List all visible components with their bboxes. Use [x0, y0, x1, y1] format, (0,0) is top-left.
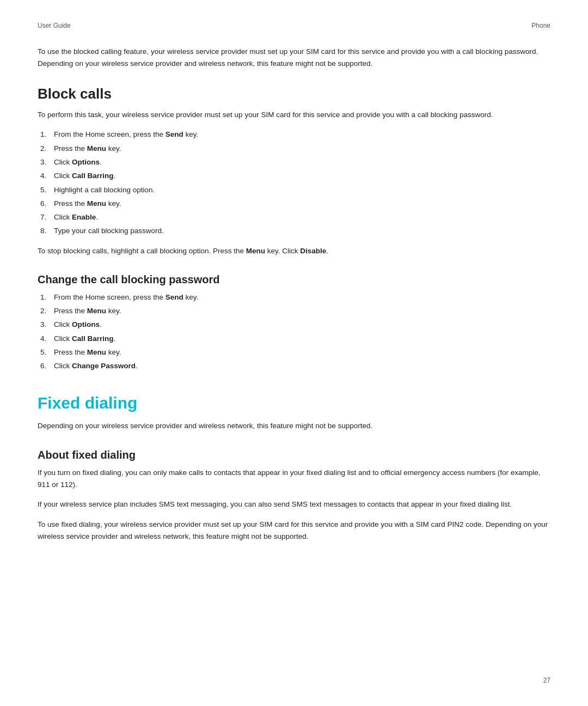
block-calls-step-2: Press the Menu key. [48, 143, 550, 155]
block-calls-steps: From the Home screen, press the Send key… [48, 129, 550, 237]
block-calls-step-7: Click Enable. [48, 211, 550, 223]
fixed-dialing-title: Fixed dialing [38, 394, 550, 412]
change-password-step-1: From the Home screen, press the Send key… [48, 291, 550, 303]
page: User Guide Phone To use the blocked call… [0, 0, 588, 706]
intro-paragraph: To use the blocked calling feature, your… [38, 46, 550, 69]
about-fixed-dialing-para1: If you turn on fixed dialing, you can on… [38, 467, 550, 491]
block-calls-step-5: Highlight a call blocking option. [48, 184, 550, 196]
block-calls-step-3: Click Options. [48, 156, 550, 168]
about-fixed-dialing-para3: To use fixed dialing, your wireless serv… [38, 519, 550, 543]
fixed-dialing-description: Depending on your wireless service provi… [38, 420, 550, 432]
change-password-step-2: Press the Menu key. [48, 305, 550, 317]
change-password-step-6: Click Change Password. [48, 360, 550, 372]
change-password-steps: From the Home screen, press the Send key… [48, 291, 550, 373]
block-calls-step-1: From the Home screen, press the Send key… [48, 129, 550, 141]
header-right: Phone [531, 22, 550, 29]
stop-blocking-text: To stop blocking calls, highlight a call… [38, 245, 550, 257]
about-fixed-dialing-title: About fixed dialing [38, 449, 550, 461]
block-calls-description: To perform this task, your wireless serv… [38, 109, 550, 121]
about-fixed-dialing-para2: If your wireless service plan includes S… [38, 498, 550, 510]
change-password-step-3: Click Options. [48, 319, 550, 331]
block-calls-step-8: Type your call blocking password. [48, 225, 550, 237]
page-header: User Guide Phone [38, 22, 550, 29]
change-password-step-4: Click Call Barring. [48, 333, 550, 345]
block-calls-step-6: Press the Menu key. [48, 198, 550, 210]
block-calls-step-4: Click Call Barring. [48, 170, 550, 182]
change-password-title: Change the call blocking password [38, 273, 550, 286]
page-number: 27 [543, 677, 550, 684]
block-calls-title: Block calls [38, 86, 550, 102]
header-left: User Guide [38, 22, 71, 29]
change-password-step-5: Press the Menu key. [48, 346, 550, 358]
